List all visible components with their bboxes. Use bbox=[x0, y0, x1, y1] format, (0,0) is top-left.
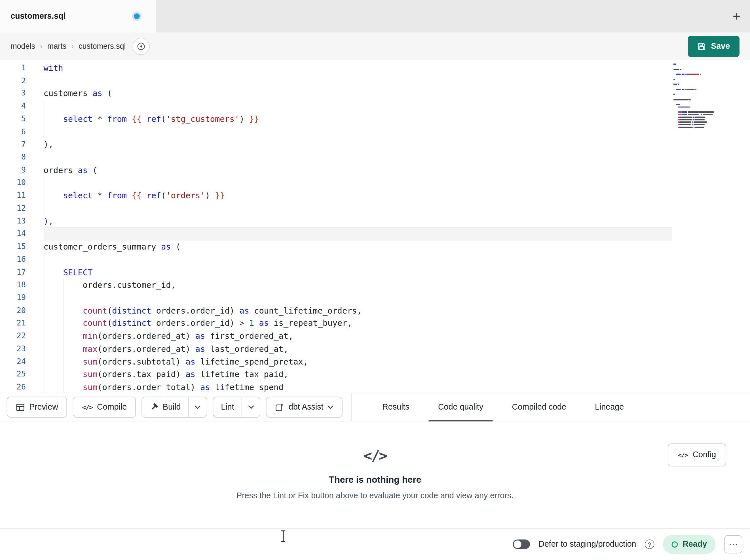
breadcrumb-item[interactable]: models bbox=[11, 42, 35, 50]
code-line[interactable]: 22 min(orders.ordered_at) as first_order… bbox=[0, 330, 672, 343]
tab-code-quality[interactable]: Code quality bbox=[427, 393, 494, 421]
save-icon bbox=[697, 42, 706, 50]
tab-compiled-code[interactable]: Compiled code bbox=[500, 393, 578, 421]
line-number: 2 bbox=[0, 75, 26, 87]
code-line[interactable]: 8 bbox=[0, 151, 672, 164]
build-hammer-icon bbox=[150, 403, 158, 411]
line-number: 12 bbox=[0, 202, 26, 215]
code-line[interactable]: 3customers as ( bbox=[0, 87, 672, 100]
line-number: 7 bbox=[0, 138, 26, 151]
defer-toggle[interactable] bbox=[513, 540, 530, 549]
config-code-icon: </> bbox=[678, 451, 688, 458]
save-button[interactable]: Save bbox=[688, 36, 739, 57]
code-line[interactable]: 4 bbox=[0, 100, 672, 113]
line-number: 4 bbox=[0, 100, 26, 113]
preview-button[interactable]: Preview bbox=[7, 397, 67, 417]
breadcrumb-separator: › bbox=[71, 42, 74, 50]
line-number: 8 bbox=[0, 151, 26, 164]
breadcrumb-item[interactable]: marts bbox=[47, 42, 66, 50]
line-number: 1 bbox=[0, 62, 26, 75]
code-line[interactable]: 24 sum(orders.subtotal) as lifetime_spen… bbox=[0, 355, 672, 368]
config-button[interactable]: </> Config bbox=[668, 443, 726, 466]
breadcrumb: models›marts›customers.sql bbox=[11, 42, 125, 50]
code-line[interactable]: 18 orders.customer_id, bbox=[0, 279, 672, 291]
code-line[interactable]: 10 bbox=[0, 177, 672, 189]
code-line[interactable]: 5 select * from {{ ref('stg_customers') … bbox=[0, 113, 672, 125]
save-label: Save bbox=[711, 41, 730, 51]
help-icon[interactable]: ? bbox=[645, 540, 654, 549]
code-line[interactable]: 19 bbox=[0, 291, 672, 304]
build-button[interactable]: Build bbox=[142, 397, 188, 417]
tab-title: customers.sql bbox=[11, 11, 65, 21]
lint-label: Lint bbox=[221, 402, 234, 412]
config-label: Config bbox=[692, 450, 716, 460]
code-quality-panel: </> There is nothing here Press the Lint… bbox=[0, 421, 750, 528]
code-editor[interactable]: 1with23customers as (45 select * from {{… bbox=[0, 60, 750, 393]
line-number: 14 bbox=[0, 228, 26, 241]
path-bar: models›marts›customers.sql bbox=[0, 33, 750, 60]
compile-code-icon: </> bbox=[82, 403, 93, 411]
code-area[interactable]: 1with23customers as (45 select * from {{… bbox=[0, 60, 672, 393]
toggle-knob bbox=[514, 540, 521, 548]
dbt-assist-button[interactable]: dbt Assist bbox=[266, 397, 343, 417]
compile-button[interactable]: </> Compile bbox=[73, 397, 136, 417]
compile-label: Compile bbox=[97, 402, 127, 412]
tab-customers-sql[interactable]: customers.sql bbox=[0, 0, 157, 33]
line-number: 16 bbox=[0, 253, 26, 266]
unsaved-changes-dot bbox=[134, 13, 139, 19]
code-icon: </> bbox=[363, 447, 387, 464]
code-line[interactable]: 16 bbox=[0, 253, 672, 266]
code-line[interactable]: 21 count(distinct orders.order_id) > 1 a… bbox=[0, 317, 672, 330]
code-line[interactable]: 14 bbox=[0, 228, 672, 241]
build-label: Build bbox=[163, 402, 181, 412]
line-number: 24 bbox=[0, 355, 26, 368]
line-number: 22 bbox=[0, 330, 26, 343]
code-line[interactable]: 2 bbox=[0, 75, 672, 87]
line-number: 9 bbox=[0, 164, 26, 177]
line-number: 5 bbox=[0, 113, 26, 125]
ready-status-badge[interactable]: Ready bbox=[663, 535, 716, 554]
code-line[interactable]: 9orders as ( bbox=[0, 164, 672, 177]
editor-toolbar: Preview </> Compile Bui bbox=[0, 393, 750, 421]
editor-tab-bar: customers.sql + bbox=[0, 0, 750, 33]
defer-label: Defer to staging/production bbox=[538, 540, 636, 549]
copilot-icon bbox=[137, 42, 145, 50]
code-line[interactable]: 13), bbox=[0, 215, 672, 227]
line-number: 20 bbox=[0, 304, 26, 317]
line-number: 15 bbox=[0, 241, 26, 253]
tab-results[interactable]: Results bbox=[371, 393, 421, 421]
line-number: 21 bbox=[0, 317, 26, 330]
line-number: 3 bbox=[0, 87, 26, 100]
dbt-assist-icon bbox=[275, 402, 284, 412]
line-number: 17 bbox=[0, 266, 26, 279]
breadcrumb-item[interactable]: customers.sql bbox=[79, 42, 126, 50]
line-number: 26 bbox=[0, 381, 26, 393]
code-line[interactable]: 25 sum(orders.tax_paid) as lifetime_tax_… bbox=[0, 368, 672, 381]
minimap[interactable] bbox=[673, 63, 717, 129]
build-dropdown-button[interactable] bbox=[189, 397, 207, 417]
code-line[interactable]: 15customer_orders_summary as ( bbox=[0, 241, 672, 253]
copilot-button[interactable] bbox=[133, 37, 150, 55]
panel-tabs: ResultsCode qualityCompiled codeLineage bbox=[352, 393, 750, 421]
overflow-menu-button[interactable]: ⋯ bbox=[724, 535, 742, 553]
line-number: 25 bbox=[0, 368, 26, 381]
line-number: 10 bbox=[0, 177, 26, 189]
preview-table-icon bbox=[16, 402, 25, 412]
code-line[interactable]: 20 count(distinct orders.order_id) as co… bbox=[0, 304, 672, 317]
code-line[interactable]: 7), bbox=[0, 138, 672, 151]
code-line[interactable]: 12 bbox=[0, 202, 672, 215]
lint-dropdown-button[interactable] bbox=[242, 397, 260, 417]
code-line[interactable]: 6 bbox=[0, 125, 672, 138]
code-line[interactable]: 17 SELECT bbox=[0, 266, 672, 279]
breadcrumb-separator: › bbox=[40, 42, 42, 50]
new-tab-button[interactable]: + bbox=[733, 9, 741, 23]
code-line[interactable]: 11 select * from {{ ref('orders') }} bbox=[0, 189, 672, 202]
code-line[interactable]: 23 max(orders.ordered_at) as last_ordere… bbox=[0, 343, 672, 355]
empty-state-title: There is nothing here bbox=[329, 474, 421, 485]
build-split-button: Build bbox=[142, 397, 207, 417]
line-number: 19 bbox=[0, 291, 26, 304]
tab-lineage[interactable]: Lineage bbox=[584, 393, 635, 421]
code-line[interactable]: 26 sum(orders.order_total) as lifetime_s… bbox=[0, 381, 672, 393]
code-line[interactable]: 1with bbox=[0, 62, 672, 75]
lint-button[interactable]: Lint bbox=[213, 397, 242, 417]
